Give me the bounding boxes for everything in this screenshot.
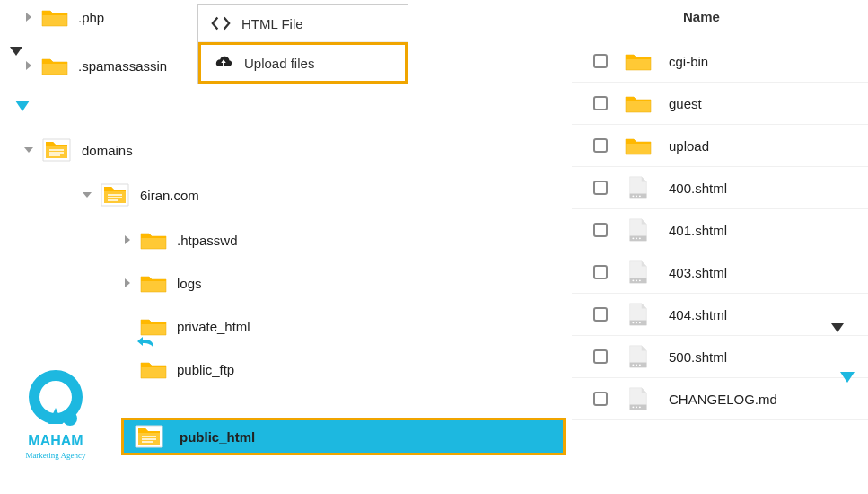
- tree-item-6iran[interactable]: 6iran.com: [81, 178, 561, 212]
- file-row[interactable]: CHANGELOG.md: [572, 378, 868, 420]
- ctx-upload-files[interactable]: Upload files: [198, 42, 408, 84]
- expand-icon[interactable]: [121, 277, 134, 289]
- tree-label: public_ftp: [177, 362, 234, 377]
- column-name[interactable]: Name: [683, 9, 720, 24]
- tree-label: .htpasswd: [177, 233, 238, 248]
- checkbox[interactable]: [593, 181, 608, 195]
- code-icon: [211, 14, 231, 32]
- file-row[interactable]: 400.shtml: [572, 167, 868, 209]
- file-row[interactable]: 500.shtml: [572, 336, 868, 378]
- ctx-html-file[interactable]: HTML File: [198, 5, 408, 42]
- file-icon: [624, 216, 653, 243]
- tree-label: private_html: [177, 319, 250, 334]
- file-name: guest: [669, 96, 702, 111]
- file-name: 400.shtml: [669, 181, 727, 196]
- folder-icon: [624, 90, 653, 117]
- folder-icon: [624, 132, 653, 159]
- chevron-down-icon: [14, 99, 31, 116]
- file-row[interactable]: guest: [572, 83, 868, 125]
- doc-folder-icon: [40, 137, 73, 163]
- file-row[interactable]: cgi-bin: [572, 40, 868, 83]
- checkbox[interactable]: [593, 54, 608, 68]
- file-name: 403.shtml: [669, 265, 727, 280]
- file-icon: [624, 385, 653, 412]
- symlink-arrow-icon: [136, 335, 154, 350]
- file-name: cgi-bin: [669, 54, 708, 69]
- folder-icon: [139, 357, 168, 381]
- tree-item-public-ftp[interactable]: public_ftp: [121, 354, 561, 384]
- file-name: 401.shtml: [669, 223, 727, 238]
- file-row[interactable]: 404.shtml: [572, 294, 868, 336]
- file-list-panel: Name cgi-binguestupload400.shtml401.shtm…: [572, 0, 868, 420]
- tree-label: logs: [177, 276, 202, 291]
- file-name: upload: [669, 138, 709, 154]
- svg-text:MAHAM: MAHAM: [28, 433, 83, 448]
- tree-item-logs[interactable]: logs: [121, 268, 561, 298]
- tree-label: .spamassassin: [78, 58, 167, 74]
- file-name: CHANGELOG.md: [669, 392, 777, 407]
- doc-folder-icon: [99, 181, 131, 208]
- checkbox[interactable]: [593, 349, 608, 364]
- expand-icon[interactable]: [22, 11, 35, 23]
- file-row[interactable]: 401.shtml: [572, 209, 868, 251]
- upload-cloud-icon: [214, 54, 233, 72]
- checkbox[interactable]: [593, 96, 608, 110]
- checkbox[interactable]: [593, 138, 608, 153]
- checkbox[interactable]: [593, 392, 608, 406]
- tree-item-domains[interactable]: domains: [22, 133, 561, 167]
- folder-icon: [139, 228, 168, 251]
- checkbox[interactable]: [593, 307, 608, 322]
- folder-icon: [40, 54, 69, 77]
- collapse-icon[interactable]: [22, 144, 35, 156]
- folder-icon: [40, 5, 69, 29]
- logo-watermark: MAHAM Marketing Agency: [11, 368, 101, 467]
- file-row[interactable]: upload: [572, 125, 868, 167]
- folder-icon: [139, 271, 168, 295]
- tree-label: 6iran.com: [140, 188, 199, 203]
- tree-label: domains: [82, 143, 133, 158]
- checkbox[interactable]: [593, 223, 608, 237]
- expand-icon[interactable]: [22, 59, 35, 72]
- file-icon: [624, 301, 653, 328]
- context-menu: HTML File Upload files: [197, 4, 408, 84]
- expand-icon[interactable]: [121, 234, 134, 246]
- file-icon: [624, 259, 653, 286]
- file-name: 404.shtml: [669, 307, 727, 322]
- chevron-down-icon: [9, 45, 23, 60]
- tree-label: public_html: [180, 429, 255, 445]
- file-list-header: Name: [572, 0, 868, 40]
- tree-item-htpasswd[interactable]: .htpasswd: [121, 225, 561, 255]
- ctx-label: HTML File: [241, 16, 303, 31]
- chevron-down-icon: [830, 322, 845, 337]
- tree-label: .php: [78, 10, 104, 25]
- doc-folder-icon: [133, 423, 165, 450]
- spacer: [121, 363, 134, 375]
- spacer: [121, 320, 134, 332]
- file-icon: [624, 174, 653, 201]
- checkbox[interactable]: [593, 265, 608, 279]
- folder-icon: [624, 48, 653, 75]
- file-name: 500.shtml: [669, 349, 727, 365]
- file-row[interactable]: 403.shtml: [572, 251, 868, 294]
- ctx-label: Upload files: [244, 56, 314, 71]
- svg-point-8: [63, 411, 77, 426]
- file-icon: [624, 343, 653, 370]
- svg-text:Marketing Agency: Marketing Agency: [25, 451, 86, 460]
- tree-item-private-html[interactable]: private_html: [121, 311, 561, 341]
- chevron-down-icon: [839, 370, 855, 387]
- tree-item-public-html-selected[interactable]: public_html: [121, 418, 566, 455]
- collapse-icon[interactable]: [81, 189, 93, 201]
